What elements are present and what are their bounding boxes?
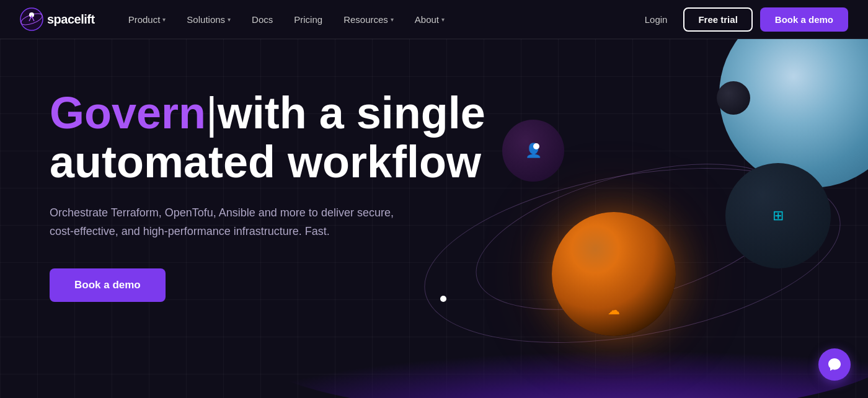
nav-actions: Login Free trial Book a demo xyxy=(636,7,848,32)
svg-point-0 xyxy=(20,8,43,30)
free-trial-button[interactable]: Free trial xyxy=(683,7,752,32)
logo-icon xyxy=(20,7,43,31)
dark-grid-planet: ⊞ xyxy=(725,163,831,268)
grid-icon: ⊞ xyxy=(773,208,784,224)
nav-item-docs[interactable]: Docs xyxy=(243,9,281,30)
person-planet: 👤 xyxy=(502,120,564,182)
navbar: spacelift Product ▾ Solutions ▾ Docs Pri… xyxy=(0,0,868,39)
orbit-dot-1 xyxy=(533,143,539,149)
hero-headline: Govern|with a singleautomated workflow xyxy=(50,89,485,187)
logo-text: spacelift xyxy=(47,12,95,27)
orange-planet: ☁ xyxy=(552,212,676,336)
nav-item-resources[interactable]: Resources ▾ xyxy=(335,9,402,30)
chat-widget[interactable] xyxy=(818,348,851,381)
headline-highlight: Govern xyxy=(50,88,206,138)
hero-subtext: Orchestrate Terraform, OpenTofu, Ansible… xyxy=(50,204,409,241)
chevron-down-icon: ▾ xyxy=(228,16,231,23)
small-dark-planet xyxy=(717,81,750,115)
chat-icon xyxy=(827,357,842,372)
hero-content: Govern|with a singleautomated workflow O… xyxy=(50,89,485,302)
headline-cursor: | xyxy=(206,88,218,138)
nav-item-about[interactable]: About ▾ xyxy=(406,9,453,30)
nav-item-pricing[interactable]: Pricing xyxy=(285,9,331,30)
nav-item-product[interactable]: Product ▾ xyxy=(120,9,175,30)
nav-links: Product ▾ Solutions ▾ Docs Pricing Resou… xyxy=(120,9,636,30)
nav-item-solutions[interactable]: Solutions ▾ xyxy=(178,9,239,30)
login-button[interactable]: Login xyxy=(636,9,676,30)
cloud-icon: ☁ xyxy=(608,303,620,317)
book-demo-hero-button[interactable]: Book a demo xyxy=(50,268,166,302)
chevron-down-icon: ▾ xyxy=(441,16,445,23)
chevron-down-icon: ▾ xyxy=(391,16,394,23)
chevron-down-icon: ▾ xyxy=(162,16,166,23)
logo-link[interactable]: spacelift xyxy=(20,7,95,31)
hero-section: 👤 ☁ ⊞ Govern|with a singleautomated work… xyxy=(0,39,868,398)
book-demo-nav-button[interactable]: Book a demo xyxy=(760,7,848,32)
